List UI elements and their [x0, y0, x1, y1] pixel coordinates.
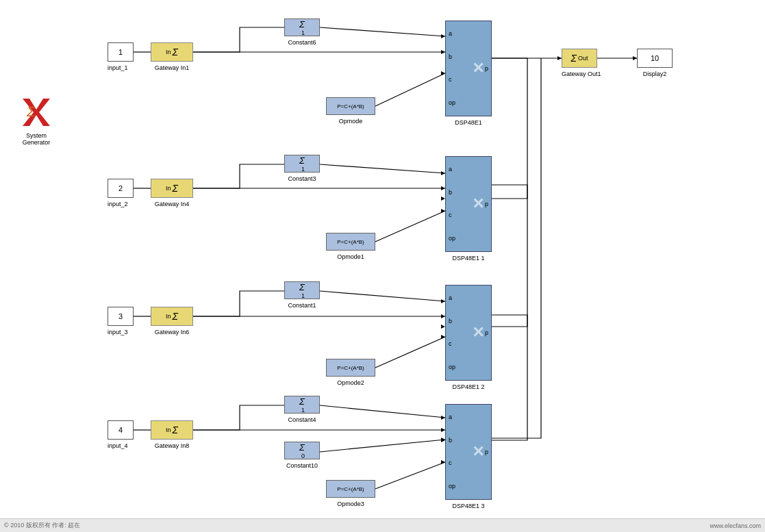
gateway-in-1: In Σ	[151, 42, 193, 62]
input-label-3: input_3	[108, 329, 128, 335]
dsp-4: a b c op ✕ p	[445, 404, 492, 500]
gateway-out-label-1: Gateway Out1	[562, 71, 597, 77]
constant-4: Σ 1	[284, 396, 320, 414]
input-label-1: input_1	[108, 64, 128, 71]
bottom-bar: © 2010 版权所有 作者: 超在 www.elecfans.com	[0, 518, 765, 532]
gateway-in-label-6: Gateway In6	[151, 329, 193, 335]
input-label-4: input_4	[108, 442, 128, 449]
display-label-2: Display2	[637, 71, 673, 77]
dsp-label-1: DSP48E1	[445, 119, 492, 126]
constant-label-1: Constant1	[284, 302, 320, 309]
gateway-in-label-8: Gateway In8	[151, 442, 193, 449]
constant-6: Σ 1	[284, 18, 320, 36]
bottom-bar-left: © 2010 版权所有 作者: 超在	[4, 521, 80, 530]
bottom-bar-right: www.elecfans.com	[710, 522, 761, 529]
sysgen-icon: Σ	[20, 96, 53, 129]
gateway-in-label-1: Gateway In1	[151, 64, 193, 71]
system-generator-logo: Σ System Generator	[12, 96, 60, 146]
opmode-label-1: Opmode1	[326, 253, 375, 260]
svg-line-15	[375, 462, 445, 489]
constant-label-3: Constant3	[284, 175, 320, 182]
constant-label-4: Constant4	[284, 416, 320, 423]
opmode-3: P=C+(A*B)	[326, 480, 375, 498]
display-2: 10	[637, 49, 673, 68]
sysgen-label: System Generator	[12, 132, 60, 146]
input-label-2: input_2	[108, 201, 128, 207]
svg-text:Σ: Σ	[26, 104, 36, 119]
svg-line-2	[320, 27, 445, 36]
dsp-2: a b c op ✕ p	[445, 156, 492, 252]
input-block-1: 1	[108, 42, 134, 62]
gateway-in-8: In Σ	[151, 420, 193, 440]
wire-layer	[0, 0, 765, 532]
svg-line-8	[375, 211, 445, 242]
opmode-0: P=C+(A*B)	[326, 97, 375, 115]
dsp-label-3: DSP48E1 2	[445, 383, 492, 390]
display-value: 10	[651, 54, 659, 62]
gateway-in-4: In Σ	[151, 179, 193, 198]
input-block-4: 4	[108, 420, 134, 440]
opmode-label-0: Opmode	[326, 118, 375, 125]
input-value-1: 1	[118, 48, 123, 56]
input-block-3: 3	[108, 307, 134, 326]
constant-label-10: Constant10	[284, 462, 320, 469]
constant-1: Σ 1	[284, 281, 320, 299]
constant-label-6: Constant6	[284, 39, 320, 46]
input-value-4: 4	[118, 426, 123, 434]
opmode-2: P=C+(A*B)	[326, 359, 375, 377]
dsp-1: a b c op ✕ p	[445, 21, 492, 116]
gateway-out-1: Σ Out	[562, 49, 597, 68]
gateway-in-label-4: Gateway In4	[151, 201, 193, 207]
dsp-label-2: DSP48E1 1	[445, 255, 492, 262]
opmode-1: P=C+(A*B)	[326, 233, 375, 251]
opmode-label-3: Opmode3	[326, 501, 375, 507]
svg-line-11	[375, 337, 445, 368]
constant-3: Σ 1	[284, 155, 320, 173]
opmode-label-2: Opmode2	[326, 379, 375, 386]
input-value-2: 2	[118, 184, 123, 192]
svg-line-14	[320, 440, 445, 452]
constant-10: Σ 0	[284, 442, 320, 459]
dsp-3: a b c op ✕ p	[445, 285, 492, 381]
dsp-label-4: DSP48E1 3	[445, 503, 492, 509]
input-value-3: 3	[118, 312, 123, 320]
gateway-in-6: In Σ	[151, 307, 193, 326]
svg-line-3	[375, 73, 445, 106]
input-block-2: 2	[108, 179, 134, 198]
